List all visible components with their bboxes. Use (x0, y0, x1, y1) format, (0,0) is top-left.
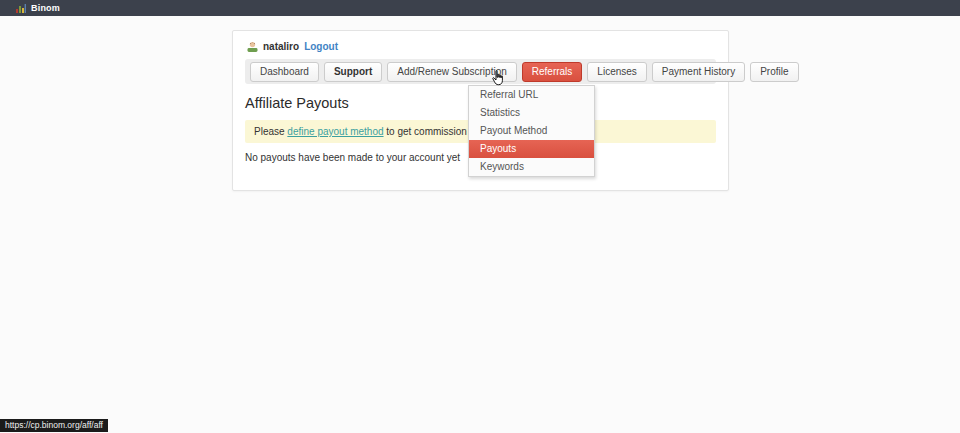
tab-profile[interactable]: Profile (750, 62, 798, 82)
tab-dashboard[interactable]: Dashboard (250, 62, 319, 82)
alert-text-prefix: Please (254, 126, 287, 137)
tab-bar: Dashboard Support Add/Renew Subscription… (245, 59, 716, 84)
username: nataliro (263, 41, 299, 52)
define-payout-method-link[interactable]: define payout method (287, 126, 383, 137)
referrals-dropdown-menu: Referral URL Statistics Payout Method Pa… (468, 85, 595, 177)
status-bar-url: https://cp.binom.org/aff/aff (0, 419, 108, 432)
brand-name[interactable]: Binom (31, 3, 60, 13)
menu-item-payout-method[interactable]: Payout Method (469, 122, 594, 140)
menu-item-statistics[interactable]: Statistics (469, 104, 594, 122)
bar-chart-icon (16, 4, 26, 13)
tab-licenses[interactable]: Licenses (587, 62, 646, 82)
tab-support[interactable]: Support (324, 62, 382, 82)
menu-item-keywords[interactable]: Keywords (469, 158, 594, 176)
logout-link[interactable]: Logout (304, 41, 338, 52)
user-row: nataliro Logout (247, 41, 714, 52)
user-avatar-icon (247, 41, 258, 52)
tab-add-renew-subscription[interactable]: Add/Renew Subscription (387, 62, 517, 82)
menu-item-referral-url[interactable]: Referral URL (469, 86, 594, 104)
tab-payment-history[interactable]: Payment History (652, 62, 745, 82)
top-bar: Binom (0, 0, 960, 16)
tab-referrals[interactable]: Referrals (522, 62, 583, 82)
menu-item-payouts[interactable]: Payouts (469, 140, 594, 158)
